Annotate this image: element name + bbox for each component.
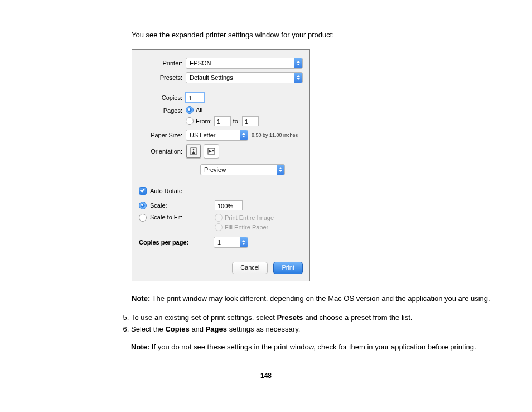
step-5: To use an existing set of print settings… — [131, 313, 521, 323]
text: and — [190, 325, 206, 333]
printer-label: Printer: — [139, 60, 186, 66]
orientation-portrait-button[interactable] — [186, 144, 201, 159]
step-6: Select the Copies and Pages settings as … — [131, 324, 521, 352]
presets-label: Presets: — [139, 74, 186, 81]
divider — [139, 256, 303, 256]
copies-per-page-label: Copies per page: — [139, 239, 210, 246]
text-bold: Pages — [206, 325, 227, 333]
copies-input[interactable]: 1 — [186, 93, 205, 103]
pages-from-radio[interactable] — [186, 117, 194, 125]
note-prefix: Note: — [132, 294, 150, 303]
pages-row: Pages: All From: 1 to: 1 — [139, 106, 303, 126]
pages-all-radio[interactable] — [186, 106, 194, 114]
steps-list: To use an existing set of print settings… — [109, 313, 521, 352]
section-row: Preview — [139, 164, 303, 175]
presets-value: Default Settings — [186, 73, 294, 83]
text: and choose a preset from the list. — [303, 313, 413, 322]
document-page: You see the expanded printer settings wi… — [0, 0, 532, 402]
page-number: 148 — [0, 372, 532, 380]
divider — [139, 87, 303, 87]
paper-size-label: Paper Size: — [139, 132, 186, 138]
landscape-icon — [207, 148, 215, 155]
paper-size-select[interactable]: US Letter — [186, 130, 248, 141]
copies-label: Copies: — [139, 94, 186, 101]
text: settings as necessary. — [227, 325, 300, 333]
svg-point-1 — [193, 149, 195, 151]
copies-row: Copies: 1 — [139, 93, 303, 103]
copies-per-page-row: Copies per page: 1 — [139, 237, 303, 248]
text: Select the — [131, 325, 165, 333]
scale-input[interactable]: 100% — [215, 200, 243, 210]
copies-per-page-select[interactable]: 1 — [214, 237, 248, 248]
orientation-label: Orientation: — [139, 148, 186, 155]
pages-to-input[interactable]: 1 — [242, 116, 259, 126]
fill-entire-radio — [215, 223, 223, 231]
copies-per-page-value: 1 — [214, 237, 240, 247]
text: To use an existing set of print settings… — [131, 313, 277, 322]
printer-row: Printer: EPSON — [139, 58, 303, 69]
printer-value: EPSON — [186, 58, 294, 68]
note-text: If you do not see these settings in the … — [149, 343, 476, 351]
section-select[interactable]: Preview — [200, 164, 285, 175]
print-dialog: Printer: EPSON Presets: Default Settings… — [132, 49, 310, 281]
print-entire-radio — [215, 214, 223, 222]
pages-from-label: From: — [196, 118, 212, 124]
note-2: Note: If you do not see these settings i… — [131, 342, 521, 352]
pages-all-label: All — [196, 107, 202, 113]
intro-text: You see the expanded printer settings wi… — [132, 31, 532, 39]
scale-to-fit-label: Scale to Fit: — [150, 214, 211, 221]
text-bold: Copies — [165, 325, 189, 333]
scale-to-fit-radio[interactable] — [139, 214, 147, 222]
print-button[interactable]: Print — [273, 262, 303, 274]
paper-size-value: US Letter — [186, 130, 240, 140]
updown-icon — [294, 73, 302, 83]
dialog-footer: Cancel Print — [139, 262, 303, 274]
auto-rotate-row: Auto Rotate — [139, 187, 303, 195]
pages-to-label: to: — [233, 118, 240, 124]
note-prefix: Note: — [131, 343, 149, 351]
auto-rotate-checkbox[interactable] — [139, 187, 147, 195]
scale-to-fit-row: Scale to Fit: Print Entire Image Fill En… — [139, 214, 303, 231]
printer-select[interactable]: EPSON — [186, 58, 303, 69]
updown-icon — [240, 130, 248, 140]
presets-row: Presets: Default Settings — [139, 72, 303, 83]
scale-row: Scale: 100% — [139, 200, 303, 210]
updown-icon — [277, 165, 284, 175]
fill-entire-label: Fill Entire Paper — [225, 224, 268, 231]
section-value: Preview — [201, 165, 277, 175]
portrait-icon — [190, 147, 197, 155]
pages-label: Pages: — [139, 106, 186, 114]
print-entire-label: Print Entire Image — [225, 214, 274, 221]
text-bold: Presets — [277, 313, 303, 322]
divider — [139, 181, 303, 181]
updown-icon — [240, 237, 248, 247]
orientation-landscape-button[interactable] — [204, 144, 219, 159]
scale-label: Scale: — [150, 202, 211, 209]
svg-point-3 — [212, 150, 214, 152]
paper-dimensions: 8.50 by 11.00 inches — [252, 132, 298, 138]
paper-size-row: Paper Size: US Letter 8.50 by 11.00 inch… — [139, 130, 303, 141]
note-1: Note: The print window may look differen… — [132, 294, 522, 304]
updown-icon — [294, 58, 302, 68]
note-text: The print window may look different, dep… — [150, 294, 490, 303]
pages-from-input[interactable]: 1 — [214, 116, 231, 126]
orientation-row: Orientation: — [139, 144, 303, 159]
cancel-button[interactable]: Cancel — [232, 262, 268, 274]
scale-radio[interactable] — [139, 202, 147, 209]
presets-select[interactable]: Default Settings — [186, 72, 303, 83]
auto-rotate-label: Auto Rotate — [150, 188, 182, 194]
